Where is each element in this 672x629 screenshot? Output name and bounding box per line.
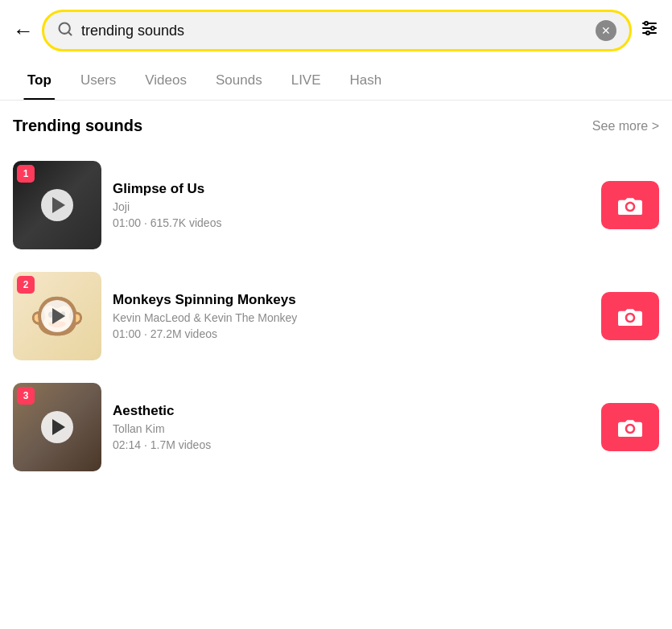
tab-users[interactable]: Users [66, 61, 130, 100]
thumbnail-2[interactable]: 🐵 2 [13, 272, 101, 360]
camera-icon-3 [618, 417, 642, 437]
list-item: 1 Glimpse of Us Joji 01:00 · 615.7K vide… [13, 150, 659, 261]
search-bar: ✕ [42, 10, 632, 51]
record-button-2[interactable] [601, 292, 659, 340]
play-button-3[interactable] [41, 411, 73, 443]
sound-title-1: Glimpse of Us [113, 181, 590, 197]
thumbnail-3[interactable]: 3 [13, 383, 101, 471]
sound-list: 1 Glimpse of Us Joji 01:00 · 615.7K vide… [13, 150, 659, 483]
play-icon [52, 419, 65, 435]
rank-badge-3: 3 [17, 387, 35, 405]
section-header: Trending sounds See more > [13, 117, 659, 135]
filter-button[interactable] [640, 18, 659, 43]
play-button-2[interactable] [41, 300, 73, 332]
list-item: 🐵 2 Monkeys Spinning Monkeys Kevin MacLe… [13, 261, 659, 372]
camera-icon-2 [618, 306, 642, 326]
tab-sounds[interactable]: Sounds [201, 61, 277, 100]
sound-info-3: Aesthetic Tollan Kim 02:14 · 1.7M videos [113, 403, 590, 451]
tab-top[interactable]: Top [13, 61, 66, 100]
sound-artist-2: Kevin MacLeod & Kevin The Monkey [113, 311, 590, 324]
record-button-3[interactable] [601, 403, 659, 451]
sound-title-2: Monkeys Spinning Monkeys [113, 292, 590, 308]
sound-artist-3: Tollan Kim [113, 422, 590, 435]
svg-point-5 [645, 22, 648, 25]
tab-live[interactable]: LIVE [277, 61, 336, 100]
play-icon [52, 197, 65, 213]
play-button-1[interactable] [41, 189, 73, 221]
camera-icon-1 [618, 195, 642, 215]
rank-badge-2: 2 [17, 276, 35, 294]
svg-point-6 [651, 27, 654, 30]
list-item: 3 Aesthetic Tollan Kim 02:14 · 1.7M vide… [13, 372, 659, 483]
svg-point-7 [646, 31, 649, 35]
content-area: Trending sounds See more > 1 Glimpse of … [0, 101, 672, 499]
sound-meta-3: 02:14 · 1.7M videos [113, 438, 590, 451]
play-icon [52, 308, 65, 324]
see-more-button[interactable]: See more > [592, 119, 659, 134]
search-icon [57, 21, 73, 41]
svg-line-1 [68, 31, 72, 35]
sound-artist-1: Joji [113, 200, 590, 213]
tabs-bar: Top Users Videos Sounds LIVE Hash [0, 61, 672, 101]
section-title: Trending sounds [13, 117, 142, 135]
sound-meta-2: 01:00 · 27.2M videos [113, 327, 590, 340]
clear-button[interactable]: ✕ [596, 20, 616, 41]
search-input[interactable] [81, 23, 587, 39]
sound-title-3: Aesthetic [113, 403, 590, 419]
record-button-1[interactable] [601, 181, 659, 229]
header: ← ✕ [0, 0, 672, 61]
sound-info-2: Monkeys Spinning Monkeys Kevin MacLeod &… [113, 292, 590, 340]
tab-hashtag[interactable]: Hash [336, 61, 397, 100]
back-button[interactable]: ← [13, 18, 34, 43]
clear-icon: ✕ [601, 24, 611, 37]
sound-meta-1: 01:00 · 615.7K videos [113, 216, 590, 229]
sound-info-1: Glimpse of Us Joji 01:00 · 615.7K videos [113, 181, 590, 229]
tab-videos[interactable]: Videos [130, 61, 201, 100]
thumbnail-1[interactable]: 1 [13, 161, 101, 249]
rank-badge-1: 1 [17, 165, 35, 183]
